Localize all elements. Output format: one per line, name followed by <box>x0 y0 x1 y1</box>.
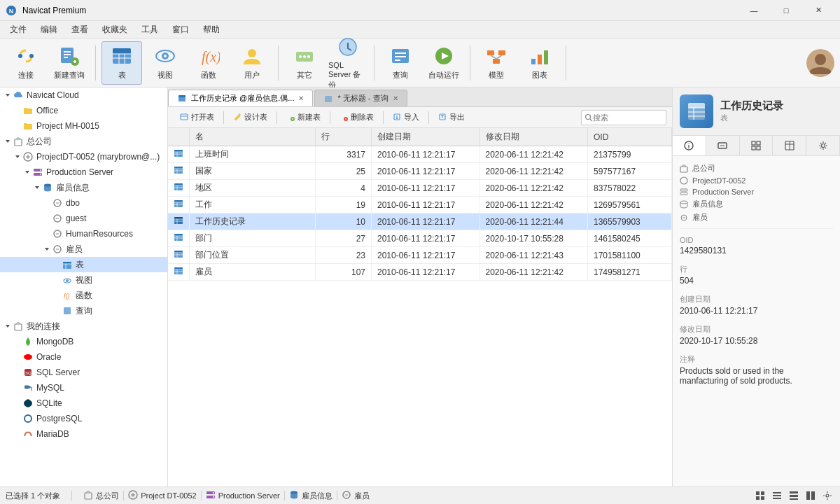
tree-item-humanresources[interactable]: HumanResources <box>0 226 167 241</box>
tree-item-project-mh-0015[interactable]: Project MH-0015 <box>0 118 167 134</box>
tree-item-总公司[interactable]: 总公司 <box>0 134 167 149</box>
tree-item-dbo[interactable]: dbo <box>0 195 167 211</box>
tree-item-视图[interactable]: 视图 <box>0 272 167 288</box>
menu-item-编辑[interactable]: 编辑 <box>34 21 64 38</box>
status-item-production-server[interactable]: Production Server <box>206 490 280 501</box>
tab-history[interactable]: 工作历史记录 @雇员信息.偶...✕ <box>168 90 313 106</box>
chart-icon <box>528 45 551 67</box>
tree-item-查询[interactable]: 查询 <box>0 303 167 318</box>
tab-close[interactable]: ✕ <box>298 94 304 102</box>
settings-view-btn[interactable] <box>820 489 834 503</box>
toolbar-btn-autorun[interactable]: 自动运行 <box>424 41 464 85</box>
rp-tab-keys[interactable] <box>706 136 740 155</box>
toolbar-btn-chart[interactable]: 图表 <box>519 41 560 85</box>
right-panel-title: 工作历史记录 <box>720 99 783 113</box>
menu-item-收藏夹[interactable]: 收藏夹 <box>95 21 134 38</box>
backup-icon <box>337 36 359 58</box>
tree-item-mariadb[interactable]: MariaDB <box>0 426 167 442</box>
status-label: Production Server <box>218 491 280 500</box>
toolbar-btn-model[interactable]: 模型 <box>476 41 517 85</box>
table-toolbar-btn-export[interactable]: 导出 <box>432 109 471 125</box>
table-toolbar-btn-import[interactable]: 导入 <box>386 109 426 125</box>
table-toolbar-btn-delete-table[interactable]: 删除表 <box>333 109 380 125</box>
table-row[interactable]: 部门位置232010-06-11 12:21:172020-06-11 12:2… <box>168 247 672 264</box>
rp-tab-info[interactable]: i <box>673 136 706 155</box>
toolbar-btn-connect[interactable]: 连接 <box>6 41 46 85</box>
table-toolbar-btn-new-table[interactable]: 新建表 <box>280 109 327 125</box>
table-toolbar-btn-design-table[interactable]: 设计表 <box>227 109 274 125</box>
tab-close[interactable]: ✕ <box>393 94 398 102</box>
toolbar-btn-table[interactable]: 表 <box>102 41 142 85</box>
toolbar-btn-function[interactable]: f(x)函数 <box>188 41 229 85</box>
table-row[interactable]: 雇员1072010-06-11 12:21:172020-06-11 12:21… <box>168 264 672 281</box>
toolbar-btn-user[interactable]: 用户 <box>232 41 272 85</box>
toolbar-btn-view[interactable]: 视图 <box>145 41 186 85</box>
tree-item-guest[interactable]: guest <box>0 211 167 226</box>
table-toolbar-btn-open-table[interactable]: 打开表 <box>174 109 220 125</box>
search-input[interactable] <box>593 113 663 122</box>
tree-item-雇员信息[interactable]: 雇员信息 <box>0 180 167 195</box>
path-db: 雇员信息 <box>680 199 833 209</box>
server-icon <box>206 490 216 501</box>
col-header-OID: OID <box>588 128 672 146</box>
table-row[interactable]: 工作历史记录102010-06-11 12:21:172020-06-11 12… <box>168 214 672 230</box>
menu-item-帮助[interactable]: 帮助 <box>196 21 227 38</box>
col-header-icon <box>168 128 190 146</box>
table-cell: 2020-06-11 12:21:43 <box>479 247 588 264</box>
rp-tab-grid[interactable] <box>740 136 774 155</box>
tree-item-sqlite[interactable]: SQLite <box>0 396 167 411</box>
toolbar-btn-query[interactable]: 查询 <box>380 41 421 85</box>
tree-item-函数[interactable]: f() 函数 <box>0 288 167 303</box>
tree-item-sql-server[interactable]: SQL SQL Server <box>0 365 167 380</box>
table-row[interactable]: 部门272010-06-11 12:21:172020-10-17 10:55:… <box>168 230 672 247</box>
table-cell: 2020-06-11 12:21:44 <box>479 214 588 230</box>
data-table: 名行创建日期修改日期OID 上班时间33172010-06-11 12:21:1… <box>168 128 672 281</box>
rp-tab-settings[interactable] <box>806 136 840 155</box>
tree-item-mongodb[interactable]: MongoDB <box>0 334 167 349</box>
table-row[interactable]: 上班时间33172010-06-11 12:21:172020-06-11 12… <box>168 146 672 163</box>
close-button[interactable]: ✕ <box>802 0 834 21</box>
tree-item-oracle[interactable]: Oracle <box>0 349 167 365</box>
menu-item-窗口[interactable]: 窗口 <box>165 21 196 38</box>
tree-item-我的连接[interactable]: 我的连接 <box>0 318 167 334</box>
search-icon <box>584 113 593 122</box>
table-row[interactable]: 地区42010-06-11 12:21:172020-06-11 12:21:4… <box>168 180 672 197</box>
status-item-雇员信息[interactable]: 雇员信息 <box>289 490 332 501</box>
view-detail-btn[interactable] <box>787 489 801 503</box>
toolbar-btn-new-query[interactable]: 新建查询 <box>49 41 90 85</box>
status-item-雇员[interactable]: 雇员 <box>342 490 370 501</box>
tree-item-表[interactable]: 表 <box>0 257 167 272</box>
toolbar-btn-backup[interactable]: SQL Server 备份 <box>328 41 368 85</box>
tbl-btn-label: 设计表 <box>244 112 267 122</box>
toolbar-btn-other[interactable]: 其它 <box>284 41 325 85</box>
tree-item-projectdt-0052-(mary[interactable]: ProjectDT-0052 (marybrown@...) <box>0 149 167 164</box>
minimize-button[interactable]: — <box>738 0 770 21</box>
table-cell: 21375799 <box>588 146 672 163</box>
table-row[interactable]: 国家252010-06-11 12:21:172020-06-11 12:21:… <box>168 163 672 180</box>
view-list-btn[interactable] <box>770 489 784 503</box>
table-row[interactable]: 工作192010-06-11 12:21:172020-06-11 12:21:… <box>168 197 672 214</box>
tree-label: MariaDB <box>36 429 69 439</box>
tree-icon-postgresql <box>22 413 34 424</box>
maximize-button[interactable]: □ <box>770 0 802 21</box>
menu-item-工具[interactable]: 工具 <box>134 21 165 38</box>
titlebar: N Navicat Premium — □ ✕ <box>0 0 840 21</box>
rp-tab-columns[interactable] <box>773 136 806 155</box>
tree-item-mysql[interactable]: MySQL <box>0 380 167 396</box>
svg-rect-178 <box>773 498 781 499</box>
user-avatar[interactable] <box>806 49 834 77</box>
tab-untitled[interactable]: * 无标题 - 查询✕ <box>314 90 407 106</box>
view-large-btn[interactable] <box>804 489 818 503</box>
svg-rect-148 <box>752 146 755 150</box>
status-item-总公司[interactable]: 总公司 <box>83 490 119 501</box>
tree-item-navicat-cloud[interactable]: Navicat Cloud <box>0 88 167 103</box>
tree-item-production-server[interactable]: Production Server <box>0 164 167 180</box>
menu-item-查看[interactable]: 查看 <box>64 21 95 38</box>
view-grid-btn[interactable] <box>753 489 767 503</box>
svg-rect-183 <box>811 491 815 500</box>
tree-item-office[interactable]: Office <box>0 103 167 118</box>
menu-item-文件[interactable]: 文件 <box>3 21 34 38</box>
tree-item-雇员[interactable]: 雇员 <box>0 241 167 257</box>
tree-item-postgresql[interactable]: PostgreSQL <box>0 411 167 426</box>
status-item-project-dt-0052[interactable]: Project DT-0052 <box>128 490 196 501</box>
